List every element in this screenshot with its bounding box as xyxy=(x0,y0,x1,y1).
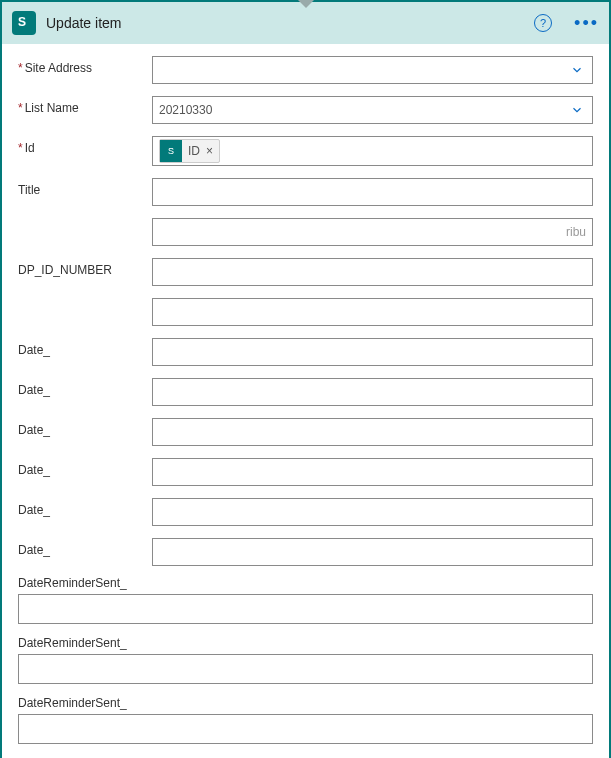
input-generic-7[interactable] xyxy=(152,298,593,326)
reminder-1-input[interactable] xyxy=(18,594,593,624)
label-reminder-2: DateReminderSent_ xyxy=(18,636,593,650)
input-generic-5[interactable]: ribu xyxy=(152,218,593,246)
card-body: Site Address List Name 20210330 xyxy=(2,44,609,758)
card-header: S Update item ? ••• xyxy=(2,2,609,44)
label-dpid: DP_ID_NUMBER xyxy=(18,258,138,277)
row-date-2: Date_ xyxy=(18,372,593,412)
row-site-address: Site Address xyxy=(18,50,593,90)
label-generic-7 xyxy=(18,298,138,303)
row-dpid: DP_ID_NUMBER xyxy=(18,252,593,292)
row-date-6: Date_ xyxy=(18,532,593,572)
collapse-notch-icon xyxy=(298,0,314,8)
date-2-input[interactable] xyxy=(152,378,593,406)
row-id: Id S ID × xyxy=(18,130,593,172)
date-4-input[interactable] xyxy=(152,458,593,486)
row-date-5: Date_ xyxy=(18,492,593,532)
row-date-1: Date_ xyxy=(18,332,593,372)
row-reminder-4: DateReminderSent_ fx utcNow() × xyxy=(18,752,593,758)
card-title: Update item xyxy=(46,15,524,31)
date-1-input[interactable] xyxy=(152,338,593,366)
date-5-input[interactable] xyxy=(152,498,593,526)
id-input[interactable]: S ID × xyxy=(152,136,593,166)
title-input[interactable] xyxy=(152,178,593,206)
reminder-3-input[interactable] xyxy=(18,714,593,744)
label-date-1: Date_ xyxy=(18,338,138,357)
chevron-down-icon xyxy=(570,63,584,77)
action-card: S Update item ? ••• Site Address List xyxy=(0,0,611,758)
row-title: Title xyxy=(18,172,593,212)
row-generic-5: ribu xyxy=(18,212,593,252)
row-reminder-2: DateReminderSent_ xyxy=(18,632,593,692)
row-date-4: Date_ xyxy=(18,452,593,492)
id-token[interactable]: S ID × xyxy=(159,139,220,163)
reminder-2-input[interactable] xyxy=(18,654,593,684)
site-address-chevron[interactable] xyxy=(562,57,592,83)
list-name-dropdown[interactable]: 20210330 xyxy=(152,96,593,124)
label-date-4: Date_ xyxy=(18,458,138,477)
label-date-3: Date_ xyxy=(18,418,138,437)
help-icon[interactable]: ? xyxy=(534,14,552,32)
sharepoint-token-icon: S xyxy=(160,140,182,162)
more-menu-icon[interactable]: ••• xyxy=(574,13,599,34)
label-site-address: Site Address xyxy=(18,56,138,75)
sharepoint-logo-icon: S xyxy=(12,11,36,35)
site-address-dropdown[interactable] xyxy=(152,56,593,84)
row-reminder-1: DateReminderSent_ xyxy=(18,572,593,632)
chevron-down-icon xyxy=(570,103,584,117)
label-date-5: Date_ xyxy=(18,498,138,517)
label-reminder-3: DateReminderSent_ xyxy=(18,696,593,710)
dpid-input[interactable] xyxy=(152,258,593,286)
row-generic-7 xyxy=(18,292,593,332)
list-name-value: 20210330 xyxy=(159,103,212,117)
list-name-chevron[interactable] xyxy=(562,97,592,123)
label-reminder-1: DateReminderSent_ xyxy=(18,576,593,590)
label-date-6: Date_ xyxy=(18,538,138,557)
id-token-remove[interactable]: × xyxy=(206,144,213,158)
row-reminder-3: DateReminderSent_ xyxy=(18,692,593,752)
date-6-input[interactable] xyxy=(152,538,593,566)
label-id: Id xyxy=(18,136,138,155)
row-list-name: List Name 20210330 xyxy=(18,90,593,130)
date-3-input[interactable] xyxy=(152,418,593,446)
label-list-name: List Name xyxy=(18,96,138,115)
row-date-3: Date_ xyxy=(18,412,593,452)
id-token-label: ID xyxy=(188,144,200,158)
label-generic-5 xyxy=(18,218,138,223)
label-title: Title xyxy=(18,178,138,197)
label-date-2: Date_ xyxy=(18,378,138,397)
